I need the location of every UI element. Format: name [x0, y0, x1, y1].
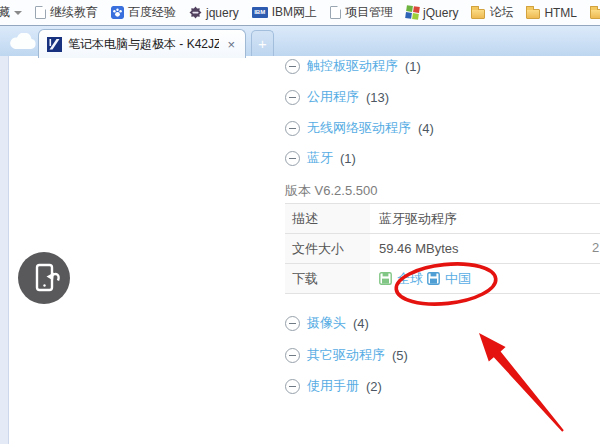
driver-version: 版本 V6.2.5.500	[285, 182, 378, 200]
section-count: (5)	[392, 348, 408, 363]
section-manual: 使用手册 (2)	[285, 377, 382, 395]
bookmark-label: jquery	[206, 6, 239, 20]
table-row: 文件大小 59.46 MBytes	[285, 234, 600, 264]
bookmark-item[interactable]: 论坛	[471, 4, 513, 21]
collapse-minus-icon[interactable]	[285, 59, 300, 74]
bookmark-label: 项目管理	[345, 4, 393, 21]
section-link[interactable]: 使用手册	[307, 377, 359, 395]
bookmark-item[interactable]: 项目管理	[330, 4, 393, 21]
webpage-content: 触控板驱动程序 (1) 公用程序 (13) 无线网络驱动程序 (4) 蓝牙 (1…	[0, 56, 600, 444]
tab-bar: 笔记本电脑与超极本 - K42JZ × +	[0, 25, 600, 56]
gear-badge-icon	[189, 6, 202, 19]
section-bluetooth: 蓝牙 (1)	[285, 149, 356, 167]
table-row: 下载 全球 中国	[285, 264, 600, 294]
favorites-dropdown[interactable]: 收藏	[0, 4, 22, 21]
ibm-logo-icon: IBM	[252, 7, 268, 18]
section-count: (4)	[418, 121, 434, 136]
section-link[interactable]: 其它驱动程序	[307, 346, 385, 364]
collapse-minus-icon[interactable]	[285, 348, 300, 363]
bookmark-item[interactable]: 常用	[590, 4, 600, 21]
section-link[interactable]: 触控板驱动程序	[307, 57, 398, 75]
section-camera: 摄像头 (4)	[285, 314, 369, 332]
send-to-phone-button[interactable]	[18, 252, 70, 304]
save-disk-icon-china[interactable]	[427, 272, 440, 285]
collapse-minus-icon[interactable]	[285, 379, 300, 394]
bookmark-label: IBM网上	[272, 4, 317, 21]
section-link[interactable]: 公用程序	[307, 88, 359, 106]
section-link[interactable]: 无线网络驱动程序	[307, 119, 411, 137]
section-link[interactable]: 摄像头	[307, 314, 346, 332]
clipped-text-fragment: 2	[592, 240, 599, 255]
bookmark-item[interactable]: jQuery	[406, 6, 458, 20]
download-link-global[interactable]: 全球	[397, 270, 423, 288]
collapse-minus-icon[interactable]	[285, 151, 300, 166]
bookmark-label: 论坛	[489, 4, 513, 21]
close-icon[interactable]: ×	[225, 38, 237, 51]
row-value: 蓝牙驱动程序	[370, 210, 457, 228]
tab-title: 笔记本电脑与超极本 - K42JZ	[68, 36, 219, 53]
site-favicon	[47, 37, 62, 52]
pinwheel-icon	[405, 5, 420, 20]
section-other-drivers: 其它驱动程序 (5)	[285, 346, 408, 364]
section-link[interactable]: 蓝牙	[307, 149, 333, 167]
row-value: 59.46 MBytes	[370, 241, 459, 256]
section-count: (4)	[353, 316, 369, 331]
bookmark-label: HTML	[544, 6, 577, 20]
bookmark-item[interactable]: 百度经验	[111, 4, 176, 21]
page-left-margin	[0, 56, 9, 444]
page-icon	[35, 6, 46, 19]
collapse-minus-icon[interactable]	[285, 316, 300, 331]
folder-icon	[471, 9, 485, 19]
bookmark-label: 百度经验	[128, 4, 176, 21]
bookmark-item[interactable]: 继续教育	[35, 4, 98, 21]
section-touchpad-driver: 触控板驱动程序 (1)	[285, 57, 421, 75]
folder-icon	[526, 9, 540, 19]
favorites-label: 收藏	[0, 4, 10, 21]
row-label: 文件大小	[285, 234, 370, 263]
driver-detail-table: 描述 蓝牙驱动程序 文件大小 59.46 MBytes 下载 全球	[285, 203, 600, 294]
row-label: 下载	[285, 264, 370, 293]
folder-icon	[590, 9, 600, 19]
bookmark-item[interactable]: HTML	[526, 6, 577, 20]
section-count: (1)	[405, 59, 421, 74]
new-tab-button[interactable]: +	[251, 30, 274, 57]
bookmark-label: 继续教育	[50, 4, 98, 21]
baidu-paw-icon	[111, 6, 124, 19]
section-count: (13)	[366, 90, 389, 105]
save-disk-icon-global[interactable]	[379, 272, 392, 285]
bookmark-item[interactable]: jquery	[189, 6, 239, 20]
browser-tab[interactable]: 笔记本电脑与超极本 - K42JZ ×	[38, 29, 246, 58]
collapse-minus-icon[interactable]	[285, 90, 300, 105]
download-link-china[interactable]: 中国	[445, 270, 471, 288]
section-count: (1)	[340, 151, 356, 166]
download-links: 全球 中国	[370, 270, 471, 288]
section-wireless-driver: 无线网络驱动程序 (4)	[285, 119, 434, 137]
chevron-down-icon	[14, 11, 22, 15]
collapse-minus-icon[interactable]	[285, 121, 300, 136]
page-icon	[330, 6, 341, 19]
row-label: 描述	[285, 204, 370, 233]
section-count: (2)	[366, 379, 382, 394]
bookmark-item[interactable]: IBM IBM网上	[252, 4, 317, 21]
table-row: 描述 蓝牙驱动程序	[285, 204, 600, 234]
section-utilities: 公用程序 (13)	[285, 88, 389, 106]
bookmark-label: jQuery	[423, 6, 458, 20]
cloud-sync-icon[interactable]	[8, 33, 38, 50]
bookmarks-bar: 收藏 继续教育 百度经验 jquery IBM IBM网上 项目管理 jQuer…	[0, 0, 600, 25]
phone-arrow-icon	[18, 252, 70, 304]
